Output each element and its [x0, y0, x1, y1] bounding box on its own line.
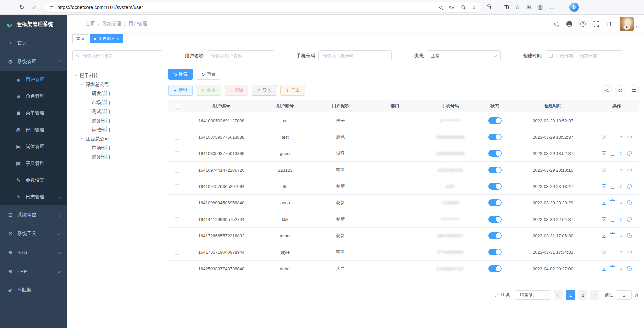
assign-role-icon[interactable]	[627, 250, 632, 254]
edit-icon[interactable]	[602, 250, 606, 254]
status-toggle[interactable]	[488, 199, 502, 206]
delete-icon[interactable]	[611, 169, 614, 172]
sidebar-item[interactable]: 用户管理	[0, 71, 67, 88]
reset-password-icon[interactable]	[620, 202, 622, 204]
edit-button[interactable]: ✎ 修改	[196, 85, 221, 96]
collapse-sidebar-icon[interactable]	[74, 22, 80, 26]
reset-password-icon[interactable]	[620, 136, 622, 138]
browser-menu-icon[interactable]: …	[550, 4, 555, 10]
status-toggle[interactable]	[488, 150, 502, 157]
edit-icon[interactable]	[602, 234, 606, 238]
breadcrumb-item[interactable]: 用户管理 /	[129, 21, 147, 27]
tree-expand-icon[interactable]	[75, 75, 77, 76]
reset-password-icon[interactable]	[620, 169, 622, 171]
help-icon[interactable]	[580, 21, 586, 27]
page-tab[interactable]: 首页 ×	[72, 34, 88, 43]
sidebar-item[interactable]: 菜单管理	[0, 105, 67, 122]
edit-icon[interactable]	[602, 168, 606, 172]
delete-icon[interactable]	[611, 251, 614, 254]
assign-role-icon[interactable]	[627, 151, 632, 156]
page-tab[interactable]: 用户管理 ×	[90, 34, 123, 43]
zoom-out-icon[interactable]	[461, 5, 465, 9]
tree-expand-icon[interactable]	[81, 138, 83, 140]
tree-node[interactable]: 测试部门	[72, 107, 163, 116]
copilot-icon[interactable]: b	[569, 3, 579, 12]
prev-page-button[interactable]	[554, 290, 563, 300]
status-toggle[interactable]	[488, 232, 502, 239]
assign-role-icon[interactable]	[627, 200, 632, 205]
sidebar-item[interactable]: 系统工具	[0, 224, 67, 243]
read-aloud-icon[interactable]: A»	[449, 5, 454, 10]
split-screen-icon[interactable]	[504, 5, 509, 9]
status-toggle[interactable]	[488, 117, 502, 124]
sidebar-item[interactable]: 参数设置	[0, 172, 67, 189]
url-text[interactable]: https://ccnetcore.com:1101/system/user	[57, 5, 143, 10]
extensions-icon[interactable]	[487, 5, 491, 9]
row-checkbox[interactable]	[175, 168, 179, 173]
avatar-caret-icon[interactable]: ▾	[636, 25, 637, 28]
row-checkbox[interactable]	[175, 234, 179, 238]
reset-password-icon[interactable]	[620, 268, 622, 270]
import-button[interactable]: ↥ 导入	[252, 85, 277, 96]
export-button[interactable]: ↧ 导出	[280, 85, 305, 96]
delete-icon[interactable]	[611, 218, 614, 222]
status-toggle[interactable]	[488, 167, 502, 173]
status-toggle[interactable]	[488, 183, 502, 190]
assign-role-icon[interactable]	[627, 168, 632, 172]
username-input[interactable]	[207, 50, 274, 61]
edit-icon[interactable]	[602, 201, 606, 205]
assign-role-icon[interactable]	[627, 217, 632, 222]
sidebar-item[interactable]: 系统监控	[0, 205, 67, 224]
sidebar-item[interactable]: ERP	[0, 262, 67, 281]
edit-icon[interactable]	[602, 151, 606, 155]
reset-button[interactable]: ↻ 重置	[196, 69, 221, 80]
status-toggle[interactable]	[488, 249, 502, 255]
tree-node[interactable]: 市场部门	[72, 143, 163, 152]
breadcrumb-item[interactable]: 首页 /	[86, 21, 102, 27]
reset-password-icon[interactable]	[620, 251, 622, 253]
delete-icon[interactable]	[611, 152, 614, 156]
browser-profile-icon[interactable]	[537, 4, 543, 10]
sidebar-item[interactable]: 系统管理	[0, 52, 67, 71]
url-bar[interactable]: https://ccnetcore.com:1101/system/user A…	[44, 2, 482, 12]
reset-password-icon[interactable]	[620, 235, 622, 237]
favorites-icon[interactable]: ☆	[515, 4, 520, 10]
github-icon[interactable]	[566, 21, 572, 27]
sidebar-item[interactable]: Yi框架	[0, 281, 67, 299]
reset-password-icon[interactable]	[620, 218, 622, 221]
tree-node[interactable]: 研发部门	[72, 89, 163, 98]
tree-node[interactable]: 橙子科技	[72, 71, 163, 80]
delete-icon[interactable]	[611, 267, 614, 271]
assign-role-icon[interactable]	[627, 266, 632, 271]
sidebar-item[interactable]: 字典管理	[0, 155, 67, 172]
status-toggle[interactable]	[488, 134, 502, 140]
edit-icon[interactable]	[602, 135, 606, 139]
delete-icon[interactable]	[611, 234, 614, 238]
password-key-icon[interactable]	[439, 5, 442, 9]
assign-role-icon[interactable]	[627, 233, 632, 238]
delete-icon[interactable]	[611, 136, 614, 139]
row-checkbox[interactable]	[175, 217, 179, 222]
tree-node[interactable]: 江西总公司	[72, 134, 163, 143]
status-select[interactable]: 正常	[427, 50, 501, 61]
tree-node[interactable]: 深圳总公司	[72, 80, 163, 89]
fullscreen-icon[interactable]	[594, 21, 599, 27]
delete-icon[interactable]	[611, 201, 614, 205]
table-refresh-button[interactable]: ↻	[615, 85, 625, 95]
tab-close-icon[interactable]: ×	[116, 37, 119, 41]
sidebar-item[interactable]: 首页	[0, 34, 67, 52]
table-columns-button[interactable]	[629, 85, 639, 95]
status-toggle[interactable]	[488, 216, 502, 223]
edit-icon[interactable]	[602, 184, 606, 188]
goto-page-input[interactable]	[616, 290, 632, 300]
user-avatar[interactable]	[620, 17, 634, 31]
date-range-picker[interactable]: 开始日期 - 结束日期	[545, 50, 623, 61]
tree-expand-icon[interactable]	[81, 84, 83, 85]
sidebar-item[interactable]: 岗位管理	[0, 138, 67, 155]
assign-role-icon[interactable]	[627, 184, 632, 189]
row-checkbox[interactable]	[175, 184, 179, 189]
tree-node[interactable]: 运维部门	[72, 125, 163, 134]
status-toggle[interactable]	[488, 265, 502, 272]
edit-icon[interactable]	[602, 267, 606, 271]
favorite-add-icon[interactable]: ☆+	[472, 4, 476, 10]
